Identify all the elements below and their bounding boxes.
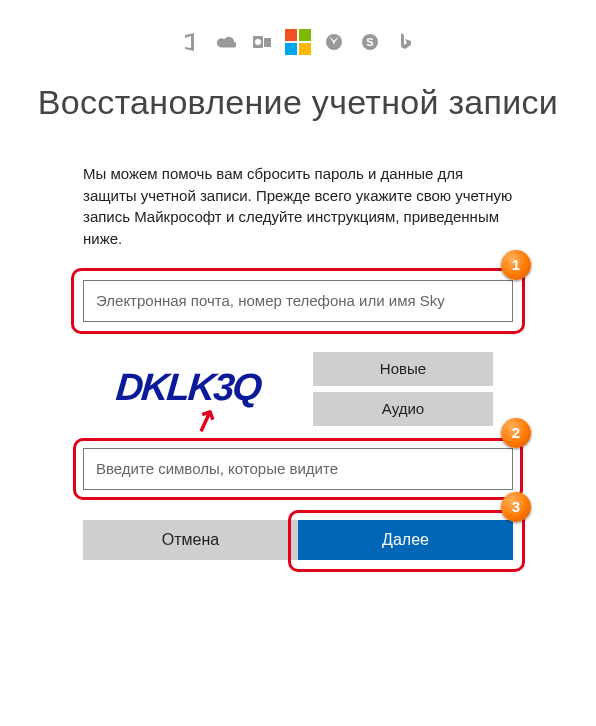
xbox-icon (324, 32, 344, 52)
captcha-input[interactable] (83, 448, 513, 490)
service-icon-bar: S (0, 0, 596, 52)
captcha-image: DKLK3Q ↗ (83, 352, 293, 424)
account-input[interactable] (83, 280, 513, 322)
captcha-audio-button[interactable]: Аудио (313, 392, 493, 426)
onedrive-icon (216, 32, 236, 52)
page-title: Восстановление учетной записи (0, 82, 596, 123)
bing-icon (396, 32, 416, 52)
account-field-wrap: 1 (83, 280, 513, 322)
action-buttons: Отмена Далее 3 (83, 520, 513, 560)
captcha-row: DKLK3Q ↗ Новые Аудио (83, 352, 513, 426)
svg-point-2 (255, 39, 261, 45)
captcha-new-button[interactable]: Новые (313, 352, 493, 386)
next-button[interactable]: Далее (298, 520, 513, 560)
captcha-buttons: Новые Аудио (313, 352, 493, 426)
captcha-field-wrap: 2 (83, 448, 513, 490)
main-content: Мы можем помочь вам сбросить пароль и да… (83, 163, 513, 560)
captcha-text: DKLK3Q (114, 366, 262, 409)
svg-rect-1 (264, 38, 271, 47)
description-text: Мы можем помочь вам сбросить пароль и да… (83, 163, 513, 250)
annotation-badge-3: 3 (501, 492, 531, 522)
skype-icon: S (360, 32, 380, 52)
outlook-icon (252, 32, 272, 52)
svg-text:S: S (366, 36, 373, 48)
office-icon (180, 32, 200, 52)
annotation-badge-1: 1 (501, 250, 531, 280)
microsoft-logo (288, 32, 308, 52)
cancel-button[interactable]: Отмена (83, 520, 298, 560)
